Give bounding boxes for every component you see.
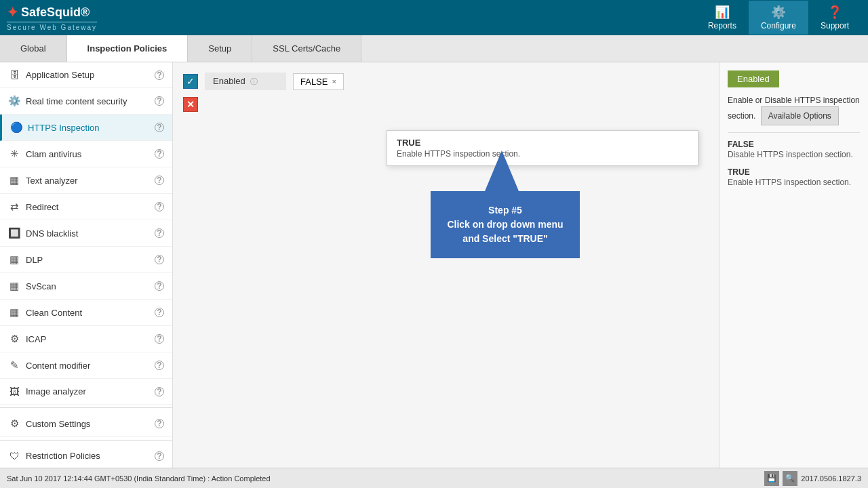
sidebar-item-dlp[interactable]: ▦ DLP ?: [0, 247, 172, 273]
option-entry-true: TRUE Enable HTTPS inspection section.: [728, 167, 860, 188]
help-icon-content-modifier[interactable]: ?: [155, 361, 164, 370]
search-icon[interactable]: 🔍: [783, 471, 797, 486]
tab-ssl-certs[interactable]: SSL Certs/Cache: [252, 35, 361, 62]
checkmark-icon: ✓: [186, 76, 195, 87]
option-false-name: FALSE: [728, 140, 860, 149]
help-icon-application-setup[interactable]: ?: [155, 70, 164, 80]
help-icon-custom-settings[interactable]: ?: [155, 419, 164, 428]
sidebar-divider-2: [0, 440, 172, 441]
text-analyzer-icon: ▦: [8, 174, 20, 186]
checkbox-red[interactable]: ✕: [183, 97, 198, 112]
sidebar-item-svscan[interactable]: ▦ SvScan ?: [0, 273, 172, 300]
sidebar-label-https-inspection: HTTPS Inspection: [28, 123, 100, 133]
sidebar-label-application-setup: Application Setup: [26, 70, 94, 80]
help-icon-dlp[interactable]: ?: [155, 255, 164, 264]
help-icon-svscan[interactable]: ?: [155, 281, 164, 291]
sidebar-label-real-time-content-security: Real time content security: [26, 96, 127, 106]
help-icon-text-analyzer[interactable]: ?: [155, 176, 164, 185]
redirect-icon: ⇄: [8, 201, 20, 213]
sidebar: 🗄 Application Setup ? ⚙️ Real time conte…: [0, 62, 173, 468]
configure-button[interactable]: ⚙️ Configure: [749, 1, 808, 35]
sidebar-item-clean-content[interactable]: ▦ Clean Content ?: [0, 300, 172, 326]
dns-blacklist-icon: 🔲: [8, 227, 20, 239]
sidebar-label-custom-settings: Custom Settings: [26, 419, 90, 429]
sidebar-item-real-time-content-security[interactable]: ⚙️ Real time content security ?: [0, 88, 172, 115]
xmark-icon: ✕: [186, 99, 195, 110]
dlp-icon: ▦: [8, 253, 20, 266]
help-icon-clam-antivirus[interactable]: ?: [155, 149, 164, 159]
configure-icon: ⚙️: [771, 5, 786, 20]
callout-box: Step #5 Click on drop down menu and Sele…: [431, 191, 580, 258]
support-label: Support: [821, 21, 849, 30]
sidebar-item-clam-antivirus[interactable]: ✳ Clam antivirus ?: [0, 141, 172, 167]
sidebar-item-application-setup[interactable]: 🗄 Application Setup ?: [0, 62, 172, 88]
reports-button[interactable]: 📊 Reports: [696, 1, 749, 35]
support-icon: ❓: [827, 5, 842, 20]
brand-tagline: Secure Web Gateway: [7, 22, 97, 31]
sidebar-item-icap[interactable]: ⚙ ICAP ?: [0, 326, 172, 352]
content-area: ✓ Enabled ⓘ FALSE × ✕ TRUE Enable HTTPS …: [173, 62, 719, 468]
sidebar-label-content-modifier: Content modifier: [26, 361, 90, 371]
help-icon-https-inspection[interactable]: ?: [155, 123, 164, 132]
help-icon-dns-blacklist[interactable]: ?: [155, 228, 164, 238]
callout-container: Step #5 Click on drop down menu and Sele…: [431, 150, 580, 258]
callout-arrow: [485, 150, 519, 191]
restriction-policies-icon: 🛡: [8, 450, 20, 462]
sidebar-label-redirect: Redirect: [26, 202, 58, 212]
support-button[interactable]: ❓ Support: [808, 1, 861, 35]
sidebar-item-restriction-policies[interactable]: 🛡 Restriction Policies ?: [0, 443, 172, 468]
sidebar-label-clean-content: Clean Content: [26, 308, 82, 318]
navbar-actions: 📊 Reports ⚙️ Configure ❓ Support: [696, 1, 861, 35]
tab-global[interactable]: Global: [0, 35, 67, 62]
help-icon-icap[interactable]: ?: [155, 334, 164, 344]
right-panel-divider: [728, 132, 860, 133]
sidebar-item-redirect[interactable]: ⇄ Redirect ?: [0, 194, 172, 220]
callout-step: Step #5: [446, 203, 565, 218]
enabled-field-label: Enabled ⓘ: [205, 73, 286, 90]
reports-label: Reports: [708, 21, 736, 30]
sidebar-label-image-analyzer: Image analyzer: [26, 386, 86, 396]
help-icon-restriction-policies[interactable]: ?: [155, 451, 164, 461]
sidebar-item-custom-settings[interactable]: ⚙ Custom Settings ?: [0, 411, 172, 437]
dropdown-value[interactable]: FALSE ×: [293, 73, 344, 90]
clam-antivirus-icon: ✳: [8, 148, 20, 160]
help-icon-redirect[interactable]: ?: [155, 202, 164, 211]
enabled-help-icon[interactable]: ⓘ: [250, 77, 258, 85]
tab-inspection-policies[interactable]: Inspection Policies: [67, 35, 189, 62]
sidebar-item-content-modifier[interactable]: ✎ Content modifier ?: [0, 352, 172, 379]
sidebar-item-https-inspection[interactable]: 🔵 HTTPS Inspection ?: [0, 115, 172, 141]
sidebar-label-clam-antivirus: Clam antivirus: [26, 149, 81, 159]
tab-bar: Global Inspection Policies Setup SSL Cer…: [0, 35, 868, 62]
version-text: 2017.0506.1827.3: [801, 474, 861, 483]
brand-logo-icon: ✦: [7, 4, 18, 20]
configure-label: Configure: [761, 21, 796, 30]
icap-icon: ⚙: [8, 333, 20, 345]
help-icon-image-analyzer[interactable]: ?: [155, 387, 164, 396]
reject-button-row: ✕: [183, 97, 709, 112]
sidebar-item-dns-blacklist[interactable]: 🔲 DNS blacklist ?: [0, 220, 172, 247]
dropdown-close-icon[interactable]: ×: [332, 77, 336, 85]
sidebar-item-image-analyzer[interactable]: 🖼 Image analyzer ?: [0, 379, 172, 405]
main-content: 🗄 Application Setup ? ⚙️ Real time conte…: [0, 62, 868, 468]
save-icon[interactable]: 💾: [764, 471, 779, 486]
reports-icon: 📊: [715, 5, 730, 20]
enabled-row: ✓ Enabled ⓘ FALSE ×: [183, 73, 709, 90]
sidebar-item-text-analyzer[interactable]: ▦ Text analyzer ?: [0, 167, 172, 194]
callout-line2: and Select "TRUE": [446, 232, 565, 246]
current-dropdown-value: FALSE: [300, 77, 328, 87]
available-options-btn[interactable]: Available Options: [761, 106, 839, 125]
option-true-name: TRUE: [728, 167, 860, 177]
sidebar-label-dlp: DLP: [26, 255, 43, 265]
svscan-icon: ▦: [8, 280, 20, 292]
navbar: ✦ SafeSquid® Secure Web Gateway 📊 Report…: [0, 0, 868, 35]
help-icon-clean-content[interactable]: ?: [155, 308, 164, 317]
application-setup-icon: 🗄: [8, 69, 20, 81]
sidebar-label-text-analyzer: Text analyzer: [26, 176, 78, 186]
checkbox-blue[interactable]: ✓: [183, 74, 198, 89]
help-icon-real-time-content-security[interactable]: ?: [155, 96, 164, 106]
option-true-value: TRUE: [397, 138, 688, 148]
tab-setup[interactable]: Setup: [188, 35, 252, 62]
sidebar-label-svscan: SvScan: [26, 281, 56, 291]
sidebar-label-dns-blacklist: DNS blacklist: [26, 228, 78, 239]
sidebar-divider: [0, 407, 172, 408]
